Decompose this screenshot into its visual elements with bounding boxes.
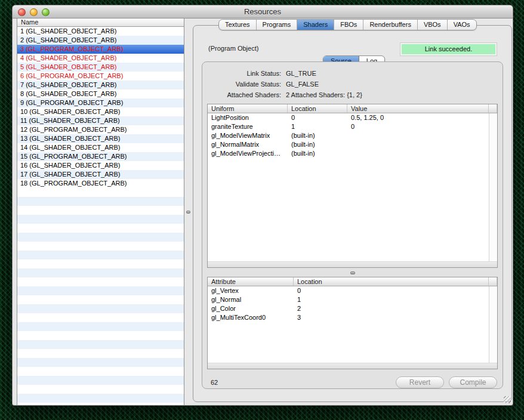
- cell-uniform: graniteTexture: [208, 122, 288, 131]
- tab-shaders[interactable]: Shaders: [297, 20, 334, 30]
- cell-value: 0: [347, 122, 497, 131]
- list-item[interactable]: 1 (GL_SHADER_OBJECT_ARB): [17, 27, 184, 36]
- list-item[interactable]: 17 (GL_SHADER_OBJECT_ARB): [17, 170, 184, 179]
- cell-location: (built-in): [288, 131, 347, 140]
- attribute-table-header: Attribute Location: [208, 277, 497, 286]
- list-item[interactable]: 6 (GL_PROGRAM_OBJECT_ARB): [17, 72, 184, 81]
- list-item[interactable]: 10 (GL_SHADER_OBJECT_ARB): [17, 107, 184, 116]
- horizontal-scrollbar[interactable]: [208, 363, 497, 369]
- cell-location: 0: [294, 286, 497, 295]
- cell-location: 0: [288, 113, 347, 122]
- tab-textures[interactable]: Textures: [219, 20, 256, 30]
- horizontal-splitter[interactable]: [347, 270, 359, 276]
- column-header-value[interactable]: Value: [347, 104, 489, 113]
- uniform-table: Uniform Location Value LightPosition 0 0…: [207, 104, 498, 268]
- table-row[interactable]: gl_MultiTexCoord0 3: [208, 313, 497, 322]
- vertical-scrollbar[interactable]: [489, 286, 497, 363]
- vertical-splitter[interactable]: [184, 18, 192, 405]
- cell-uniform: LightPosition: [208, 113, 288, 122]
- splitter-grip-icon: [350, 271, 355, 274]
- attached-shaders-value: 2 Attached Shaders: {1, 2}: [286, 91, 362, 102]
- cell-location: 1: [294, 295, 497, 304]
- cell-uniform: gl_ModelViewMatrix: [208, 131, 288, 140]
- titlebar[interactable]: Resources: [13, 5, 513, 18]
- tab-fbos[interactable]: FBOs: [334, 20, 363, 30]
- splitter-grip-icon: [186, 211, 190, 214]
- list-item[interactable]: 16 (GL_SHADER_OBJECT_ARB): [17, 161, 184, 170]
- table-row[interactable]: gl_Vertex 0: [208, 286, 497, 295]
- list-item[interactable]: 13 (GL_SHADER_OBJECT_ARB): [17, 134, 184, 143]
- table-row[interactable]: gl_Color 2: [208, 304, 497, 313]
- info-row-link-status: Link Status: GL_TRUE: [204, 70, 490, 81]
- resource-list: Name 1 (GL_SHADER_OBJECT_ARB) 2 (GL_SHAD…: [17, 18, 184, 405]
- column-header-location[interactable]: Location: [294, 277, 489, 286]
- table-row[interactable]: LightPosition 0 0.5, 1.25, 0: [208, 113, 497, 122]
- list-column-header-name[interactable]: Name: [17, 18, 184, 27]
- cell-value: 0.5, 1.25, 0: [347, 113, 497, 122]
- column-header-uniform[interactable]: Uniform: [208, 104, 288, 113]
- window-resize-grip[interactable]: [504, 396, 511, 403]
- uniform-table-header: Uniform Location Value: [208, 104, 497, 113]
- info-row-validate-status: Validate Status: GL_FALSE: [204, 81, 490, 91]
- link-status-badge: Link succeeded.: [400, 43, 497, 55]
- list-item[interactable]: 5 (GL_SHADER_OBJECT_ARB): [17, 63, 184, 72]
- cell-location: 2: [294, 304, 497, 313]
- table-row[interactable]: gl_ModelViewProjecti… (built-in): [208, 149, 497, 158]
- cell-location: 1: [288, 122, 347, 131]
- resources-window: Resources Name 1 (GL_SHADER_OBJECT_ARB) …: [12, 5, 513, 406]
- tab-programs[interactable]: Programs: [256, 20, 297, 30]
- cell-uniform: gl_ModelViewProjecti…: [208, 149, 288, 158]
- table-row[interactable]: gl_Normal 1: [208, 295, 497, 304]
- info-row-attached-shaders: Attached Shaders: 2 Attached Shaders: {1…: [204, 91, 490, 102]
- link-status-value: GL_TRUE: [286, 70, 316, 81]
- vertical-scrollbar[interactable]: [489, 113, 497, 261]
- attached-shaders-label: Attached Shaders:: [204, 91, 281, 102]
- shader-id-label: 62: [211, 379, 218, 386]
- table-row[interactable]: gl_ModelViewMatrix (built-in): [208, 131, 497, 140]
- cell-attribute: gl_Color: [208, 304, 294, 313]
- list-item[interactable]: 12 (GL_PROGRAM_OBJECT_ARB): [17, 125, 184, 134]
- list-item[interactable]: 2 (GL_SHADER_OBJECT_ARB): [17, 36, 184, 45]
- link-status-label: Link Status:: [204, 70, 281, 81]
- tab-vaos[interactable]: VAOs: [447, 20, 476, 30]
- list-item[interactable]: 8 (GL_SHADER_OBJECT_ARB): [17, 89, 184, 98]
- cell-attribute: gl_Normal: [208, 295, 294, 304]
- revert-button[interactable]: Revert: [396, 376, 444, 388]
- list-item[interactable]: 14 (GL_SHADER_OBJECT_ARB): [17, 143, 184, 152]
- window-title: Resources: [13, 7, 513, 16]
- scrollbar-corner: [489, 104, 497, 113]
- cell-attribute: gl_Vertex: [208, 286, 294, 295]
- cell-attribute: gl_MultiTexCoord0: [208, 313, 294, 322]
- list-item[interactable]: 18 (GL_PROGRAM_OBJECT_ARB): [17, 179, 184, 188]
- compile-button[interactable]: Compile: [449, 376, 497, 388]
- list-item[interactable]: 11 (GL_SHADER_OBJECT_ARB): [17, 116, 184, 125]
- list-item[interactable]: 7 (GL_SHADER_OBJECT_ARB): [17, 81, 184, 89]
- table-row[interactable]: graniteTexture 1 0: [208, 122, 497, 131]
- cell-location: (built-in): [288, 140, 347, 149]
- attribute-table: Attribute Location gl_Vertex 0 gl_Normal…: [207, 277, 498, 369]
- list-empty-area: [17, 188, 184, 405]
- tab-renderbuffers[interactable]: Renderbuffers: [363, 20, 417, 30]
- table-row[interactable]: gl_NormalMatrix (built-in): [208, 140, 497, 149]
- validate-status-value: GL_FALSE: [286, 81, 319, 91]
- validate-status-label: Validate Status:: [204, 81, 281, 91]
- list-item[interactable]: 15 (GL_PROGRAM_OBJECT_ARB): [17, 152, 184, 161]
- tab-vbos[interactable]: VBOs: [417, 20, 447, 30]
- scrollbar-corner: [489, 277, 497, 286]
- object-type-label: (Program Object): [208, 45, 258, 52]
- column-header-location[interactable]: Location: [288, 104, 347, 113]
- cell-value: [347, 140, 497, 149]
- cell-location: (built-in): [288, 149, 347, 158]
- column-header-attribute[interactable]: Attribute: [208, 277, 294, 286]
- list-item[interactable]: 9 (GL_PROGRAM_OBJECT_ARB): [17, 98, 184, 107]
- list-item[interactable]: 4 (GL_SHADER_OBJECT_ARB): [17, 54, 184, 63]
- program-status-info: Link Status: GL_TRUE Validate Status: GL…: [204, 70, 490, 102]
- cell-location: 3: [294, 313, 497, 322]
- cell-value: [347, 149, 497, 158]
- horizontal-scrollbar[interactable]: [208, 261, 497, 267]
- main-tab-bar: Textures Programs Shaders FBOs Renderbuf…: [218, 19, 477, 30]
- list-item-selected[interactable]: 3 (GL_PROGRAM_OBJECT_ARB): [17, 45, 184, 54]
- cell-uniform: gl_NormalMatrix: [208, 140, 288, 149]
- cell-value: [347, 131, 497, 140]
